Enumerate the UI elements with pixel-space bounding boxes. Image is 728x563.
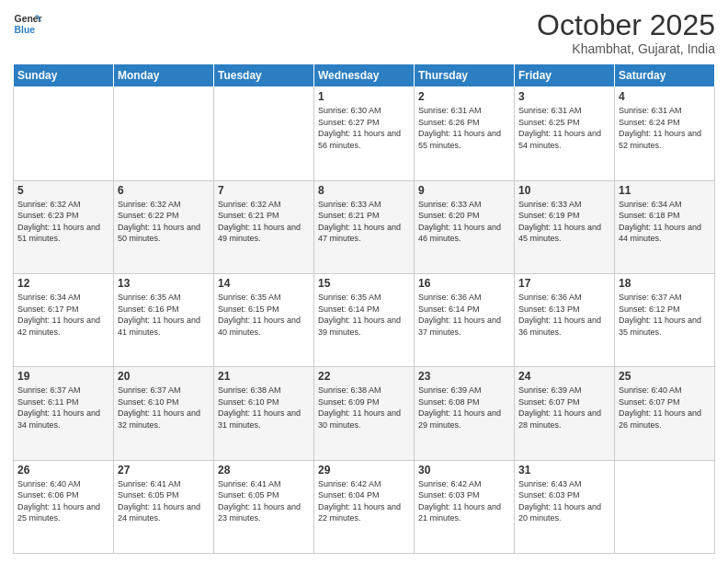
day-number: 19 <box>17 370 109 383</box>
month-title: October 2025 <box>537 9 715 41</box>
cell-info: Sunrise: 6:42 AMSunset: 6:03 PMDaylight:… <box>418 478 510 524</box>
header: General Blue October 2025 Khambhat, Guja… <box>13 9 715 56</box>
cell-info: Sunrise: 6:33 AMSunset: 6:19 PMDaylight:… <box>518 199 610 245</box>
weekday-header-friday: Friday <box>515 64 615 87</box>
weekday-header-saturday: Saturday <box>615 64 715 87</box>
day-number: 13 <box>118 277 210 290</box>
week-row-2: 5Sunrise: 6:32 AMSunset: 6:23 PMDaylight… <box>14 180 715 273</box>
calendar-cell: 4Sunrise: 6:31 AMSunset: 6:24 PMDaylight… <box>615 87 715 180</box>
calendar-cell <box>214 87 314 180</box>
cell-info: Sunrise: 6:35 AMSunset: 6:16 PMDaylight:… <box>118 292 210 338</box>
cell-info: Sunrise: 6:33 AMSunset: 6:20 PMDaylight:… <box>418 199 510 245</box>
day-number: 3 <box>518 90 610 103</box>
cell-info: Sunrise: 6:41 AMSunset: 6:05 PMDaylight:… <box>118 478 210 524</box>
cell-info: Sunrise: 6:39 AMSunset: 6:08 PMDaylight:… <box>418 385 510 431</box>
calendar-cell: 13Sunrise: 6:35 AMSunset: 6:16 PMDayligh… <box>114 273 214 366</box>
cell-info: Sunrise: 6:30 AMSunset: 6:27 PMDaylight:… <box>318 105 410 151</box>
day-number: 24 <box>518 370 610 383</box>
cell-info: Sunrise: 6:41 AMSunset: 6:05 PMDaylight:… <box>218 478 310 524</box>
calendar-cell: 7Sunrise: 6:32 AMSunset: 6:21 PMDaylight… <box>214 180 314 273</box>
day-number: 15 <box>318 277 410 290</box>
location: Khambhat, Gujarat, India <box>537 41 715 56</box>
calendar-cell: 25Sunrise: 6:40 AMSunset: 6:07 PMDayligh… <box>615 367 715 460</box>
day-number: 20 <box>118 370 210 383</box>
week-row-1: 1Sunrise: 6:30 AMSunset: 6:27 PMDaylight… <box>14 87 715 180</box>
calendar-cell <box>615 460 715 553</box>
cell-info: Sunrise: 6:37 AMSunset: 6:10 PMDaylight:… <box>118 385 210 431</box>
calendar-cell <box>114 87 214 180</box>
day-number: 17 <box>518 277 610 290</box>
day-number: 29 <box>318 464 410 477</box>
cell-info: Sunrise: 6:34 AMSunset: 6:17 PMDaylight:… <box>17 292 109 338</box>
weekday-header-wednesday: Wednesday <box>314 64 415 87</box>
calendar-cell: 8Sunrise: 6:33 AMSunset: 6:21 PMDaylight… <box>314 180 415 273</box>
day-number: 6 <box>118 184 210 197</box>
day-number: 7 <box>218 184 310 197</box>
calendar-cell: 17Sunrise: 6:36 AMSunset: 6:13 PMDayligh… <box>515 273 615 366</box>
cell-info: Sunrise: 6:32 AMSunset: 6:22 PMDaylight:… <box>118 199 210 245</box>
day-number: 21 <box>218 370 310 383</box>
cell-info: Sunrise: 6:37 AMSunset: 6:12 PMDaylight:… <box>619 292 711 338</box>
day-number: 25 <box>619 370 711 383</box>
cell-info: Sunrise: 6:36 AMSunset: 6:13 PMDaylight:… <box>518 292 610 338</box>
day-number: 27 <box>118 464 210 477</box>
calendar-cell: 19Sunrise: 6:37 AMSunset: 6:11 PMDayligh… <box>14 367 114 460</box>
day-number: 1 <box>318 90 410 103</box>
cell-info: Sunrise: 6:39 AMSunset: 6:07 PMDaylight:… <box>518 385 610 431</box>
cell-info: Sunrise: 6:32 AMSunset: 6:21 PMDaylight:… <box>218 199 310 245</box>
calendar-cell: 6Sunrise: 6:32 AMSunset: 6:22 PMDaylight… <box>114 180 214 273</box>
calendar-cell: 9Sunrise: 6:33 AMSunset: 6:20 PMDaylight… <box>415 180 515 273</box>
cell-info: Sunrise: 6:31 AMSunset: 6:24 PMDaylight:… <box>619 105 711 151</box>
calendar-cell: 28Sunrise: 6:41 AMSunset: 6:05 PMDayligh… <box>214 460 314 553</box>
calendar-table: SundayMondayTuesdayWednesdayThursdayFrid… <box>13 63 715 554</box>
day-number: 5 <box>17 184 109 197</box>
calendar-cell: 2Sunrise: 6:31 AMSunset: 6:26 PMDaylight… <box>415 87 515 180</box>
calendar-cell: 20Sunrise: 6:37 AMSunset: 6:10 PMDayligh… <box>114 367 214 460</box>
calendar-cell <box>14 87 114 180</box>
calendar-cell: 31Sunrise: 6:43 AMSunset: 6:03 PMDayligh… <box>515 460 615 553</box>
day-number: 14 <box>218 277 310 290</box>
calendar-cell: 16Sunrise: 6:36 AMSunset: 6:14 PMDayligh… <box>415 273 515 366</box>
day-number: 28 <box>218 464 310 477</box>
calendar-cell: 23Sunrise: 6:39 AMSunset: 6:08 PMDayligh… <box>415 367 515 460</box>
day-number: 8 <box>318 184 410 197</box>
calendar-cell: 5Sunrise: 6:32 AMSunset: 6:23 PMDaylight… <box>14 180 114 273</box>
day-number: 18 <box>619 277 711 290</box>
calendar-cell: 12Sunrise: 6:34 AMSunset: 6:17 PMDayligh… <box>14 273 114 366</box>
cell-info: Sunrise: 6:38 AMSunset: 6:09 PMDaylight:… <box>318 385 410 431</box>
cell-info: Sunrise: 6:35 AMSunset: 6:15 PMDaylight:… <box>218 292 310 338</box>
calendar-cell: 27Sunrise: 6:41 AMSunset: 6:05 PMDayligh… <box>114 460 214 553</box>
cell-info: Sunrise: 6:42 AMSunset: 6:04 PMDaylight:… <box>318 478 410 524</box>
calendar-cell: 15Sunrise: 6:35 AMSunset: 6:14 PMDayligh… <box>314 273 415 366</box>
logo: General Blue <box>13 9 42 39</box>
week-row-5: 26Sunrise: 6:40 AMSunset: 6:06 PMDayligh… <box>14 460 715 553</box>
day-number: 2 <box>418 90 510 103</box>
cell-info: Sunrise: 6:33 AMSunset: 6:21 PMDaylight:… <box>318 199 410 245</box>
day-number: 22 <box>318 370 410 383</box>
day-number: 9 <box>418 184 510 197</box>
cell-info: Sunrise: 6:40 AMSunset: 6:06 PMDaylight:… <box>17 478 109 524</box>
cell-info: Sunrise: 6:35 AMSunset: 6:14 PMDaylight:… <box>318 292 410 338</box>
week-row-4: 19Sunrise: 6:37 AMSunset: 6:11 PMDayligh… <box>14 367 715 460</box>
weekday-header-sunday: Sunday <box>14 64 114 87</box>
cell-info: Sunrise: 6:34 AMSunset: 6:18 PMDaylight:… <box>619 199 711 245</box>
day-number: 26 <box>17 464 109 477</box>
weekday-header-tuesday: Tuesday <box>214 64 314 87</box>
svg-text:Blue: Blue <box>15 25 36 35</box>
calendar-cell: 24Sunrise: 6:39 AMSunset: 6:07 PMDayligh… <box>515 367 615 460</box>
cell-info: Sunrise: 6:31 AMSunset: 6:26 PMDaylight:… <box>418 105 510 151</box>
day-number: 31 <box>518 464 610 477</box>
calendar-cell: 22Sunrise: 6:38 AMSunset: 6:09 PMDayligh… <box>314 367 415 460</box>
calendar-cell: 30Sunrise: 6:42 AMSunset: 6:03 PMDayligh… <box>415 460 515 553</box>
week-row-3: 12Sunrise: 6:34 AMSunset: 6:17 PMDayligh… <box>14 273 715 366</box>
day-number: 10 <box>518 184 610 197</box>
day-number: 11 <box>619 184 711 197</box>
logo-icon: General Blue <box>13 9 42 39</box>
cell-info: Sunrise: 6:38 AMSunset: 6:10 PMDaylight:… <box>218 385 310 431</box>
day-number: 30 <box>418 464 510 477</box>
calendar-cell: 10Sunrise: 6:33 AMSunset: 6:19 PMDayligh… <box>515 180 615 273</box>
weekday-header-row: SundayMondayTuesdayWednesdayThursdayFrid… <box>14 64 715 87</box>
calendar-page: General Blue October 2025 Khambhat, Guja… <box>0 0 728 563</box>
weekday-header-thursday: Thursday <box>415 64 515 87</box>
cell-info: Sunrise: 6:36 AMSunset: 6:14 PMDaylight:… <box>418 292 510 338</box>
